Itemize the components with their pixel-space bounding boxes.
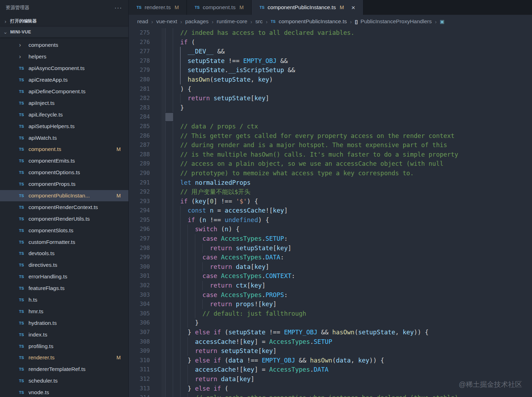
code-line-301[interactable]: 301 case AccessTypes.CONTEXT: [129, 271, 532, 281]
tree-file-apiwatch-ts[interactable]: TSapiWatch.ts [0, 132, 128, 144]
code-line-306[interactable]: 306 } [129, 318, 532, 328]
code-line-297[interactable]: 297 case AccessTypes.SETUP: [129, 234, 532, 244]
code-line-283[interactable]: 283 } [129, 103, 532, 113]
tab-renderer-ts[interactable]: TSrenderer.tsM [129, 0, 187, 15]
close-icon[interactable]: × [352, 4, 355, 11]
tree-file-featureflags-ts[interactable]: TSfeatureFlags.ts [0, 283, 128, 294]
code-line-286[interactable]: 286 // This getter gets called for every… [129, 131, 532, 141]
code-line-300[interactable]: 300 return data[key] [129, 262, 532, 272]
line-content: return setupState[key] [165, 346, 532, 356]
code-line-309[interactable]: 309 return setupState[key] [129, 346, 532, 356]
code-line-307[interactable]: 307 } else if (setupState !== EMPTY_OBJ … [129, 328, 532, 337]
code-line-279[interactable]: 279 setupState.__isScriptSetup && [129, 65, 532, 75]
code-line-310[interactable]: 310 } else if (data !== EMPTY_OBJ && has… [129, 356, 532, 365]
tree-file-hmr-ts[interactable]: TShmr.ts [0, 305, 128, 317]
breadcrumb-item-vue-next[interactable]: vue-next [156, 18, 177, 25]
code-line-276[interactable]: 276 if ( [129, 38, 532, 47]
line-content: case AccessTypes.DATA: [165, 253, 532, 262]
indent-guide [180, 346, 180, 356]
code-editor[interactable]: 275 // indeed has access to all declared… [129, 28, 532, 397]
tree-file-scheduler-ts[interactable]: TSscheduler.ts [0, 375, 128, 387]
tree-file-componentemits-ts[interactable]: TScomponentEmits.ts [0, 155, 128, 167]
code-line-290[interactable]: 290 // prototype) to memoize what access… [129, 169, 532, 178]
code-line-277[interactable]: 277 __DEV__ && [129, 47, 532, 56]
code-line-293[interactable]: 293 if (key[0] !== '$') { [129, 197, 532, 206]
tree-file-apisetuphelpers-ts[interactable]: TSapiSetupHelpers.ts [0, 120, 128, 132]
indent-guide [173, 28, 173, 38]
more-actions-icon[interactable]: ··· [114, 4, 122, 12]
tree-file-apilifecycle-ts[interactable]: TSapiLifecycle.ts [0, 109, 128, 120]
line-number: 288 [129, 150, 150, 159]
tree-file-apiinject-ts[interactable]: TSapiInject.ts [0, 97, 128, 109]
indent-guide [165, 187, 166, 197]
code-line-298[interactable]: 298 return setupState[key] [129, 244, 532, 253]
tree-file-apicreateapp-ts[interactable]: TSapiCreateApp.ts [0, 74, 128, 86]
tree-file-componentprops-ts[interactable]: TScomponentProps.ts [0, 178, 128, 190]
code-line-287[interactable]: 287 // during render and is a major hots… [129, 140, 532, 150]
breadcrumb-item-read[interactable]: read [137, 18, 148, 25]
tree-file-renderertemplateref-ts[interactable]: TSrendererTemplateRef.ts [0, 364, 128, 375]
tree-file-component-ts[interactable]: TScomponent.tsM [0, 144, 128, 155]
tree-file-directives-ts[interactable]: TSdirectives.ts [0, 259, 128, 271]
tree-file-profiling-ts[interactable]: TSprofiling.ts [0, 340, 128, 352]
code-line-302[interactable]: 302 return ctx[key] [129, 281, 532, 290]
tree-file-apiasynccomponent-ts[interactable]: TSapiAsyncComponent.ts [0, 63, 128, 74]
tree-folder-components[interactable]: ›components [0, 39, 128, 51]
code-line-282[interactable]: 282 return setupState[key] [129, 94, 532, 103]
code-line-311[interactable]: 311 accessCache![key] = AccessTypes.DATA [129, 365, 532, 374]
breadcrumb-item-runtime-core[interactable]: runtime-core [217, 18, 247, 25]
tree-file-apidefinecomponent-ts[interactable]: TSapiDefineComponent.ts [0, 86, 128, 97]
tree-file-h-ts[interactable]: TSh.ts [0, 294, 128, 306]
code-line-288[interactable]: 288 // is the multiple hasOwn() calls. I… [129, 150, 532, 159]
code-line-305[interactable]: 305 // default: just fallthrough [129, 309, 532, 319]
git-modified-badge: M [175, 5, 179, 10]
breadcrumb-item-src[interactable]: src [255, 18, 263, 25]
indent-guide [165, 197, 166, 206]
glyph-margin [150, 112, 165, 122]
tree-file-devtools-ts[interactable]: TSdevtools.ts [0, 248, 128, 259]
tree-file-hydration-ts[interactable]: TShydration.ts [0, 317, 128, 329]
open-editors-section[interactable]: › 打开的编辑器 [0, 15, 128, 27]
tree-folder-helpers[interactable]: ›helpers [0, 51, 128, 63]
indent-guide [165, 393, 166, 397]
breadcrumb-file[interactable]: componentPublicInstance.ts [279, 18, 347, 25]
code-line-304[interactable]: 304 return props![key] [129, 300, 532, 309]
breadcrumb-item-packages[interactable]: packages [185, 18, 208, 25]
tree-file-componentslots-ts[interactable]: TScomponentSlots.ts [0, 225, 128, 236]
code-line-278[interactable]: 278 setupState !== EMPTY_OBJ && [129, 56, 532, 66]
tree-file-renderer-ts[interactable]: TSrenderer.tsM [0, 352, 128, 364]
code-line-275[interactable]: 275 // indeed has access to all declared… [129, 28, 532, 38]
typescript-file-icon: TS [19, 379, 28, 383]
tree-file-index-ts[interactable]: TSindex.ts [0, 329, 128, 340]
tree-file-componentoptions-ts[interactable]: TScomponentOptions.ts [0, 167, 128, 178]
tree-file-componentrenderutils-ts[interactable]: TScomponentRenderUtils.ts [0, 213, 128, 225]
line-content: case AccessTypes.SETUP: [165, 234, 532, 244]
code-line-296[interactable]: 296 switch (n) { [129, 225, 532, 234]
tab-componentpublicinstance-ts[interactable]: TScomponentPublicInstance.tsM× [252, 0, 363, 15]
code-line-292[interactable]: 292 // 用户变量不能以$开头 [129, 187, 532, 197]
indent-guide [188, 393, 188, 397]
code-line-291[interactable]: 291 let normalizedProps [129, 178, 532, 188]
code-line-281[interactable]: 281 ) { [129, 84, 532, 94]
tree-file-componentpublicinstan[interactable]: TScomponentPublicInstan...M [0, 190, 128, 202]
code-line-299[interactable]: 299 case AccessTypes.DATA: [129, 253, 532, 262]
code-line-314[interactable]: 314 // only cache other properties when … [129, 393, 532, 397]
code-line-285[interactable]: 285 // data / props / ctx [129, 122, 532, 131]
tree-file-vnode-ts[interactable]: TSvnode.ts [0, 387, 128, 397]
code-line-284[interactable]: 284 [129, 112, 532, 122]
code-line-289[interactable]: 289 // access on a plain object, so we u… [129, 159, 532, 169]
code-line-295[interactable]: 295 if (n !== undefined) { [129, 215, 532, 225]
line-content: return props![key] [165, 300, 532, 309]
tree-file-errorhandling-ts[interactable]: TSerrorHandling.ts [0, 271, 128, 283]
tree-item-label: componentRenderUtils.ts [28, 216, 90, 222]
code-line-280[interactable]: 280 hasOwn(setupState, key) [129, 75, 532, 84]
line-number: 309 [129, 346, 150, 356]
breadcrumb-symbol[interactable]: PublicInstanceProxyHandlers [360, 18, 431, 25]
code-line-308[interactable]: 308 accessCache![key] = AccessTypes.SETU… [129, 337, 532, 347]
tab-component-ts[interactable]: TScomponent.tsM [187, 0, 252, 15]
project-section[interactable]: ⌄ MINI-VUE [0, 27, 128, 37]
code-line-294[interactable]: 294 const n = accessCache![key] [129, 206, 532, 215]
code-line-303[interactable]: 303 case AccessTypes.PROPS: [129, 290, 532, 300]
tree-file-customformatter-ts[interactable]: TScustomFormatter.ts [0, 236, 128, 248]
tree-file-componentrendercontext-ts[interactable]: TScomponentRenderContext.ts [0, 201, 128, 213]
